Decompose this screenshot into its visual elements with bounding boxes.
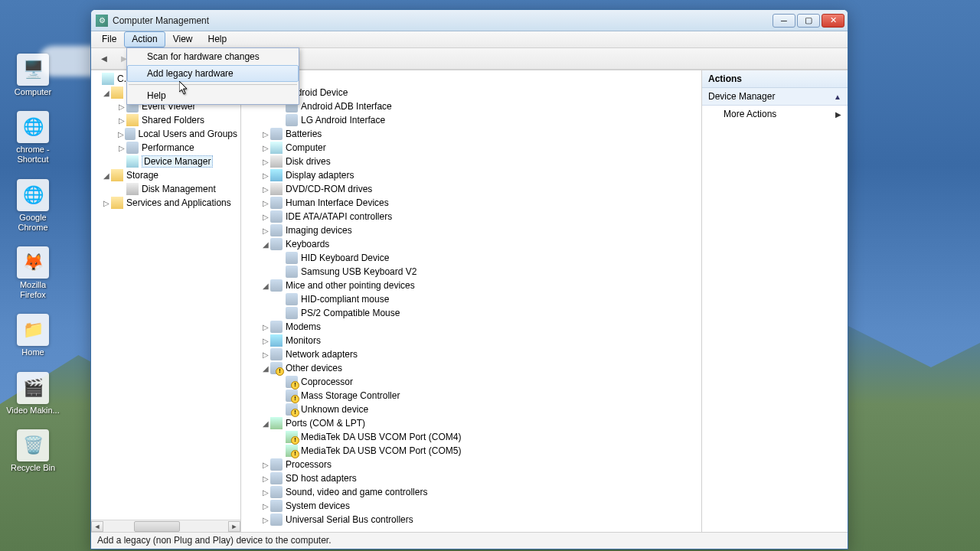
twist-icon[interactable]: ▷: [261, 213, 270, 221]
dev-mass-storage[interactable]: Mass Storage Controller: [301, 390, 400, 401]
dev-dvd[interactable]: DVD/CD-ROM drives: [286, 184, 372, 194]
dev-mediatek5[interactable]: MediaTek DA USB VCOM Port (COM5): [301, 445, 461, 456]
dev-samsung-kb[interactable]: Samsung USB Keyboard V2: [301, 266, 416, 277]
twist-icon[interactable]: ▷: [261, 130, 270, 139]
shared-folders-icon: [126, 114, 139, 126]
scroll-right-button[interactable]: ►: [228, 521, 240, 532]
menu-add-legacy-hardware[interactable]: Add legacy hardware: [127, 65, 299, 82]
dev-disk-drives[interactable]: Disk drives: [286, 156, 331, 167]
hid-icon: [270, 197, 283, 209]
horizontal-scrollbar[interactable]: ◄ ►: [91, 520, 240, 532]
twist-icon[interactable]: ◢: [261, 240, 270, 249]
desktop-icon-chrome-shortcut[interactable]: 🌐chrome - Shortcut: [6, 111, 60, 165]
twist-icon[interactable]: ▷: [261, 474, 270, 483]
dev-mice[interactable]: Mice and other pointing devices: [286, 280, 415, 291]
dev-processors[interactable]: Processors: [286, 459, 332, 470]
twist-icon[interactable]: ▷: [261, 144, 270, 152]
dev-hid-keyboard[interactable]: HID Keyboard Device: [301, 253, 389, 263]
maximize-button[interactable]: ▢: [797, 14, 820, 28]
twist-icon[interactable]: ▷: [261, 227, 270, 235]
actions-device-manager[interactable]: Device Manager ▲: [702, 88, 848, 106]
desktop-icon-recycle[interactable]: 🗑️Recycle Bin: [6, 429, 60, 473]
desktop-icon-google-chrome[interactable]: 🌐Google Chrome: [6, 179, 60, 233]
dev-keyboards[interactable]: Keyboards: [286, 239, 329, 249]
menu-help[interactable]: Help: [201, 31, 235, 47]
twist-icon[interactable]: ▷: [261, 158, 270, 166]
dev-other[interactable]: Other devices: [286, 363, 342, 373]
nav-performance[interactable]: Performance: [142, 142, 194, 153]
dev-hid-mouse[interactable]: HID-compliant mouse: [301, 294, 389, 305]
scroll-thumb[interactable]: [134, 521, 180, 532]
desktop-icon-video[interactable]: 🎬Video Makin...: [6, 372, 60, 416]
twist-icon[interactable]: ◢: [102, 89, 111, 97]
warning-device-icon: [286, 376, 298, 388]
dev-lg-android[interactable]: LG Android Interface: [301, 115, 385, 126]
twist-icon[interactable]: ▷: [261, 502, 270, 510]
dev-computer[interactable]: Computer: [286, 142, 326, 153]
dev-modems[interactable]: Modems: [286, 321, 321, 332]
dev-unknown[interactable]: Unknown device: [301, 404, 368, 415]
dev-system-devices[interactable]: System devices: [286, 500, 350, 511]
twist-icon[interactable]: ▷: [102, 199, 111, 207]
computer-mgmt-icon: [102, 73, 114, 85]
desktop-icon-home[interactable]: 📁Home: [6, 314, 60, 357]
nav-disk-management[interactable]: Disk Management: [142, 184, 216, 194]
twist-icon[interactable]: ▷: [261, 337, 270, 345]
twist-icon[interactable]: ▷: [261, 516, 270, 524]
menu-view[interactable]: View: [165, 31, 201, 47]
dev-coprocessor[interactable]: Coprocessor: [301, 377, 353, 387]
twist-icon[interactable]: ◢: [102, 171, 111, 180]
dev-mediatek4[interactable]: MediaTek DA USB VCOM Port (COM4): [301, 432, 461, 442]
scroll-left-button[interactable]: ◄: [91, 521, 103, 532]
nav-device-manager[interactable]: Device Manager: [142, 155, 213, 168]
dev-hid[interactable]: Human Interface Devices: [286, 197, 389, 208]
menu-file[interactable]: File: [94, 31, 124, 47]
twist-icon[interactable]: ▷: [117, 130, 125, 139]
dev-display[interactable]: Display adapters: [286, 170, 354, 181]
dev-android-adb[interactable]: Android ADB Interface: [301, 101, 392, 112]
dev-usb[interactable]: Universal Serial Bus controllers: [286, 514, 413, 525]
menu-scan-hardware[interactable]: Scan for hardware changes: [127, 48, 299, 65]
actions-pane: Actions Device Manager ▲ More Actions ▶: [702, 70, 848, 532]
twist-icon[interactable]: ▷: [261, 199, 270, 207]
minimize-button[interactable]: ─: [773, 14, 795, 28]
actions-more-actions[interactable]: More Actions ▶: [702, 106, 848, 122]
nav-local-users[interactable]: Local Users and Groups: [139, 129, 237, 139]
dev-monitors[interactable]: Monitors: [286, 335, 321, 346]
twist-icon[interactable]: ▷: [261, 350, 270, 359]
nav-shared-folders[interactable]: Shared Folders: [142, 115, 204, 126]
twist-icon[interactable]: ▷: [261, 461, 270, 469]
dev-ide[interactable]: IDE ATA/ATAPI controllers: [286, 211, 392, 222]
dev-batteries[interactable]: Batteries: [286, 129, 322, 139]
menu-action-help[interactable]: Help: [127, 87, 299, 104]
close-button[interactable]: ✕: [822, 14, 844, 28]
modem-icon: [270, 321, 283, 333]
twist-icon[interactable]: ▷: [261, 323, 270, 331]
port-icon: [286, 445, 298, 457]
nav-services-apps[interactable]: Services and Applications: [126, 197, 231, 208]
desktop-icon-computer[interactable]: 🖥️Computer: [6, 54, 60, 97]
menu-action[interactable]: Action: [124, 31, 165, 47]
titlebar[interactable]: ⚙ Computer Management ─ ▢ ✕: [91, 10, 848, 31]
computer-icon: [270, 142, 283, 154]
dev-sd-host[interactable]: SD host adapters: [286, 473, 357, 484]
dev-sound[interactable]: Sound, video and game controllers: [286, 487, 427, 497]
dev-ports[interactable]: Ports (COM & LPT): [286, 418, 365, 429]
twist-icon[interactable]: ◢: [261, 364, 270, 373]
twist-icon[interactable]: ◢: [261, 419, 270, 428]
desktop-icon-firefox[interactable]: 🦊Mozilla Firefox: [6, 246, 60, 300]
twist-icon[interactable]: ◢: [261, 282, 270, 290]
twist-icon[interactable]: ▷: [261, 488, 270, 497]
dev-network[interactable]: Network adapters: [286, 349, 358, 360]
twist-icon[interactable]: ▷: [117, 144, 126, 152]
twist-icon[interactable]: ▷: [117, 116, 126, 125]
nav-storage[interactable]: Storage: [126, 170, 158, 181]
twist-icon[interactable]: ▷: [261, 171, 270, 180]
dev-ps2-mouse[interactable]: PS/2 Compatible Mouse: [301, 308, 400, 318]
disk-mgmt-icon: [126, 183, 139, 195]
twist-icon[interactable]: ▷: [261, 185, 270, 194]
menu-separator: [129, 84, 297, 85]
dev-imaging[interactable]: Imaging devices: [286, 225, 352, 236]
twist-icon[interactable]: ▷: [117, 103, 126, 111]
back-button[interactable]: ◄: [96, 51, 113, 67]
